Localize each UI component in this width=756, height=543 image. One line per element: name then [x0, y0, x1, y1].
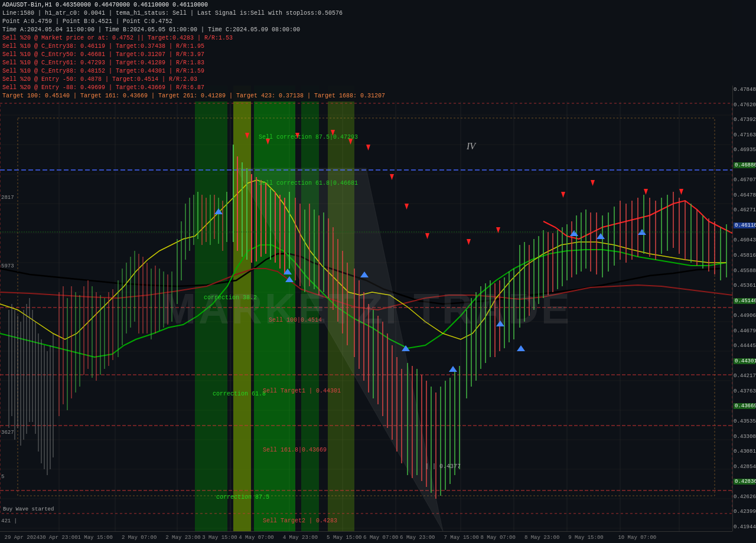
time-5may: 5 May 15:00 [327, 535, 361, 541]
time-1may: 1 May 15:00 [77, 535, 112, 541]
roman-numeral-label: IV [466, 141, 477, 151]
price-45816: 0.45816 [734, 253, 755, 259]
price-46880: 0.46880 [734, 162, 755, 168]
price-axis: 0.47848 0.47620 0.47392 0.47163 0.46935 … [732, 86, 756, 531]
info-line5: Sell %10 @ C_Entry38: 0.46119 | Target:0… [2, 42, 730, 51]
time-6may-23: 6 May 23:00 [400, 535, 435, 541]
candles-10may [597, 192, 726, 280]
price-47163: 0.47163 [734, 132, 755, 138]
price-47848: 0.47848 [734, 87, 755, 93]
candles-left [9, 298, 53, 475]
svg-marker-202 [449, 366, 457, 372]
price-47392: 0.47392 [734, 117, 755, 123]
small-label-421: 421 | [1, 518, 17, 524]
time-axis: 29 Apr 2024 30 Apr 23:00 1 May 15:00 2 M… [0, 531, 732, 543]
time-7may: 7 May 15:00 [444, 535, 478, 541]
price-45588: 0.45588 [734, 268, 755, 274]
price-47620: 0.47620 [734, 102, 755, 108]
orange-zone [233, 86, 251, 531]
svg-marker-204 [517, 345, 525, 351]
sell-correction-618-label: Sell correction 61.8|0.46681 [259, 180, 358, 187]
svg-marker-191 [467, 239, 471, 245]
price-45361: 0.45361 [734, 283, 755, 289]
price-44301: 0.44301 [734, 358, 755, 364]
price-42854: 0.42854 [734, 464, 755, 470]
price-42830: 0.42830 [734, 479, 755, 485]
chart-container: ADAUSDT-Bin,H1 0.46350000 0.46470000 0.4… [0, 0, 756, 543]
correction-382-label: correction 38.2 [204, 295, 257, 301]
price-45140: 0.45140 [734, 298, 755, 304]
info-line11: Target 100: 0.45140 | Target 161: 0.4366… [2, 92, 730, 100]
sell-100-label: Sell 100|0.4514 [269, 317, 322, 323]
svg-marker-207 [638, 229, 646, 235]
info-line4: Sell %20 @ Market price or at: 0.4752 ||… [2, 34, 730, 42]
time-8may-07: 8 May 07:00 [480, 535, 515, 541]
small-label-5: 5 [1, 474, 4, 480]
small-label-2817: 2817 [1, 195, 14, 201]
time-30apr: 30 Apr 23:00 [40, 535, 78, 541]
price-44906: 0.44906 [734, 313, 755, 319]
price-43763: 0.43763 [734, 388, 755, 394]
candles-2may [118, 251, 172, 357]
price-46478: 0.46478 [734, 192, 755, 198]
price-42399: 0.42399 [734, 509, 755, 515]
correction-875-label: correction 87.5 [216, 494, 269, 501]
svg-marker-206 [597, 233, 605, 239]
price-44445: 0.44445 [734, 343, 755, 349]
svg-marker-187 [366, 145, 370, 151]
price-41944: 0.41944 [734, 524, 755, 530]
time-8may-23: 8 May 23:00 [524, 535, 559, 541]
svg-marker-196 [679, 189, 683, 195]
price-46935: 0.46935 [734, 147, 755, 153]
price-42626: 0.42626 [734, 494, 755, 500]
candles-mid-left [59, 280, 113, 416]
info-line8: Sell %10 @ C_Entry88: 0.48152 | Target:0… [2, 67, 730, 76]
buy-wave-label: Buy Wave started [3, 506, 54, 512]
time-2may-23: 2 May 23:00 [165, 535, 200, 541]
sell-target1-label: Sell Target1 | 0.44301 [263, 388, 341, 394]
green-zone-3 [254, 86, 295, 531]
info-line7: Sell %10 @ C_Entry61: 0.47293 | Target:0… [2, 59, 730, 67]
main-chart: Sell correction 87.5|0.47293 Sell correc… [0, 86, 732, 531]
time-4may-23: 4 May 23:00 [283, 535, 318, 541]
time-10may: 10 May 07:00 [618, 535, 656, 541]
time-29apr: 29 Apr 2024 [4, 535, 39, 541]
price-46043: 0.46043 [734, 237, 755, 243]
green-zone-1 [195, 86, 227, 531]
info-line9: Sell %20 @ Entry -50: 0.4878 | Target:0.… [2, 76, 730, 84]
price-43669: 0.43669 [734, 403, 755, 409]
info-line6: Sell %10 @ C_Entry50: 0.46681 | Target:0… [2, 51, 730, 59]
sell-1618-label: Sell 161.8|0.43669 [263, 447, 327, 453]
price-43535: 0.43535 [734, 418, 755, 424]
correction-618-label: correction 61.8 [213, 391, 266, 397]
info-line3: Time A:2024.05.04 11:00:00 | Time B:2024… [2, 26, 730, 34]
svg-marker-188 [390, 174, 394, 180]
price-46110: 0.46110 [734, 223, 755, 228]
svg-marker-193 [561, 192, 565, 198]
info-line10: Sell %20 @ Entry -88: 0.49699 | Target:0… [2, 84, 730, 92]
small-label-5973: 5973 [1, 263, 14, 269]
price-43308: 0.43308 [734, 434, 755, 440]
info-panel: ADAUSDT-Bin,H1 0.46350000 0.46470000 0.4… [0, 0, 732, 102]
time-2may-07: 2 May 07:00 [122, 535, 157, 541]
time-9may: 9 May 15:00 [568, 535, 603, 541]
svg-marker-194 [591, 180, 595, 186]
header-title: ADAUSDT-Bin,H1 0.46350000 0.46470000 0.4… [2, 1, 730, 9]
candles-8may [467, 269, 514, 398]
price-4377-label: | | 0.4377 [425, 463, 461, 470]
svg-marker-203 [496, 320, 504, 326]
price-46271: 0.46271 [734, 207, 755, 213]
svg-marker-189 [405, 204, 409, 210]
info-line2: Point A:0.4759 | Point B:0.4521 | Point … [2, 18, 730, 26]
small-label-3627: 3627 [1, 430, 14, 436]
price-46707: 0.46707 [734, 177, 755, 183]
chart-area: MARKETZI TRADE [0, 86, 732, 531]
svg-marker-190 [425, 233, 429, 239]
time-4may-07: 4 May 07:00 [239, 535, 273, 541]
svg-marker-195 [644, 189, 648, 195]
time-6may-07: 6 May 07:00 [363, 535, 398, 541]
info-line1: Line:1580 | h1_atr_c0: 0.0041 | tema_h1_… [2, 9, 730, 18]
sell-target2-label: Sell Target2 | 0.4283 [263, 518, 337, 524]
price-44217: 0.44217 [734, 373, 755, 379]
sell-correction-87-label: Sell correction 87.5|0.47293 [259, 134, 358, 140]
